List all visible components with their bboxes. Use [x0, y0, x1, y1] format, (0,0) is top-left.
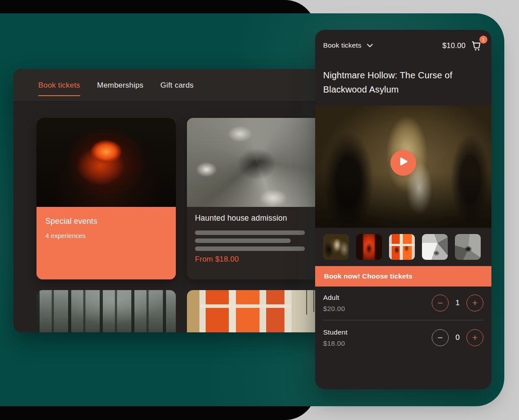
quantity-value: 1 — [453, 299, 462, 307]
minus-button[interactable]: − — [432, 295, 449, 311]
ticket-row-student: Student $18.00 − 0 + — [323, 323, 483, 352]
cart-icon — [471, 45, 483, 53]
plus-icon: + — [472, 333, 478, 342]
forest-card-image[interactable] — [36, 290, 176, 332]
thumbnail-bw-room[interactable] — [422, 234, 448, 260]
cart-total: $10.00 — [442, 41, 466, 50]
quantity-stepper: − 1 + — [432, 295, 483, 311]
plus-button[interactable]: + — [466, 295, 483, 311]
minus-icon: − — [438, 333, 443, 342]
quantity-stepper: − 0 + — [432, 329, 483, 346]
tab-memberships[interactable]: Memberships — [97, 81, 143, 90]
staircase-image — [187, 118, 326, 207]
book-now-banner: Book now! Choose tickets — [315, 266, 491, 287]
special-events-card[interactable]: Special events 4 experiences — [36, 118, 176, 279]
skeleton-line — [195, 238, 291, 243]
book-now-banner-text: Book now! Choose tickets — [324, 272, 413, 280]
ticket-name: Adult — [323, 294, 432, 302]
ticket-row-adult: Adult $20.00 − 1 + — [323, 289, 483, 317]
mobile-booking-panel: Book tickets $10.00 1 — [315, 30, 491, 389]
ticket-name: Student — [323, 328, 432, 336]
gallery-thumbnails — [323, 234, 481, 260]
ticket-price: $18.00 — [323, 339, 432, 347]
plus-icon: + — [472, 298, 478, 307]
minus-button[interactable]: − — [432, 329, 449, 346]
play-button[interactable] — [390, 150, 416, 176]
canvas: Book tickets Memberships Gift cards Spec… — [0, 0, 519, 420]
ticket-info: Student $18.00 — [323, 328, 432, 347]
plus-button[interactable]: + — [466, 329, 483, 346]
special-events-count: 4 experiences — [45, 232, 167, 239]
pumpkin-figure-image — [36, 118, 176, 207]
haunted-house-card-body: Haunted house admission From $18.00 — [187, 207, 326, 279]
mobile-header: Book tickets $10.00 1 — [315, 30, 491, 58]
thumbnail-zombies[interactable] — [323, 234, 349, 260]
thumbnail-red-doorway[interactable] — [356, 234, 382, 260]
tab-bar: Book tickets Memberships Gift cards — [13, 69, 345, 101]
event-video-preview[interactable] — [315, 105, 491, 228]
row-divider — [323, 320, 483, 320]
special-events-card-body: Special events 4 experiences — [36, 207, 176, 279]
tab-book-tickets[interactable]: Book tickets — [38, 81, 80, 90]
skeleton-line — [195, 246, 305, 251]
special-events-title: Special events — [45, 217, 167, 226]
dropdown-label: Book tickets — [323, 41, 361, 49]
tab-gift-cards[interactable]: Gift cards — [160, 81, 194, 90]
cart-count-badge: 1 — [479, 36, 487, 44]
skeleton-line — [195, 230, 305, 235]
cart-button[interactable]: 1 — [471, 39, 483, 52]
chevron-down-icon — [367, 44, 373, 48]
thumbnail-bw-staircase[interactable] — [455, 234, 481, 260]
orange-windows-card-image[interactable] — [187, 290, 326, 332]
ticket-info: Adult $20.00 — [323, 294, 432, 313]
desktop-storefront-panel: Book tickets Memberships Gift cards Spec… — [13, 69, 345, 332]
minus-icon: − — [438, 298, 443, 307]
haunted-house-card[interactable]: Haunted house admission From $18.00 — [187, 118, 326, 279]
quantity-value: 0 — [453, 333, 462, 342]
ticket-price: $20.00 — [323, 305, 432, 313]
play-icon — [398, 157, 408, 169]
book-tickets-dropdown[interactable]: Book tickets — [323, 41, 373, 49]
thumbnail-red-windows[interactable] — [389, 234, 415, 260]
haunted-house-price: From $18.00 — [195, 255, 239, 264]
haunted-house-title: Haunted house admission — [195, 214, 287, 223]
event-title: Nightmare Hollow: The Curse of Blackwood… — [323, 68, 461, 97]
